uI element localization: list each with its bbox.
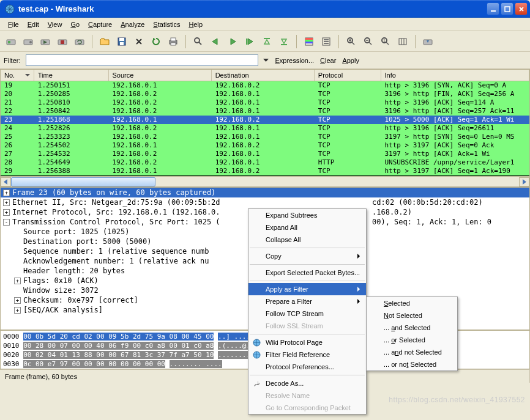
tree-node[interactable]: +Ethernet II, Src: Netgear_2d:75:9a (00:… bbox=[1, 197, 529, 207]
packet-row[interactable]: 261.254502192.168.0.1192.168.0.2TCPhttp … bbox=[1, 141, 529, 150]
menu-item[interactable]: Apply as Filter bbox=[248, 283, 366, 295]
packet-row[interactable]: 201.250285192.168.0.2192.168.0.1TCP3196 … bbox=[1, 90, 529, 98]
menu-item[interactable]: Filter Field Reference bbox=[248, 348, 366, 361]
submenu-item[interactable]: ... or not Selected bbox=[367, 358, 457, 370]
menu-item[interactable]: Prepare a Filter bbox=[248, 295, 366, 308]
menu-analyze[interactable]: Analyze bbox=[116, 20, 149, 29]
filter-dropdown-icon[interactable] bbox=[262, 54, 271, 66]
column-header[interactable]: No. bbox=[1, 70, 34, 81]
svg-marker-43 bbox=[263, 59, 269, 62]
packet-row[interactable]: 281.254649192.168.0.2192.168.0.1HTTPUNSU… bbox=[1, 158, 529, 167]
packet-row[interactable]: 251.253323192.168.0.2192.168.0.1TCP3197 … bbox=[1, 133, 529, 141]
packet-row[interactable]: 211.250810192.168.0.2192.168.0.1TCPhttp … bbox=[1, 98, 529, 107]
packet-list[interactable]: 191.250151192.168.0.1192.168.0.2TCPhttp … bbox=[0, 81, 530, 177]
svg-rect-13 bbox=[119, 38, 124, 41]
packet-row[interactable]: 291.256388192.168.0.1192.168.0.2TCPhttp … bbox=[1, 167, 529, 175]
svg-rect-4 bbox=[8, 41, 10, 43]
close-button[interactable] bbox=[515, 2, 528, 15]
zoom-in-icon[interactable] bbox=[344, 34, 359, 49]
find-icon[interactable] bbox=[191, 34, 206, 49]
svg-rect-10 bbox=[61, 40, 64, 44]
packet-row[interactable]: 271.254532192.168.0.2192.168.0.1TCP3197 … bbox=[1, 150, 529, 158]
colorize-icon[interactable] bbox=[302, 34, 316, 49]
menu-item[interactable]: Decode As... bbox=[248, 377, 366, 389]
submenu-arrow-icon bbox=[357, 254, 362, 259]
menu-file[interactable]: File bbox=[4, 20, 23, 29]
go-forward-icon[interactable] bbox=[225, 34, 240, 49]
packet-row[interactable]: 221.250842192.168.0.2192.168.0.1TCP3196 … bbox=[1, 107, 529, 116]
menu-item[interactable]: Collapse All bbox=[248, 234, 366, 246]
menu-item: Resolve Name bbox=[248, 389, 366, 402]
scroll-left-icon[interactable] bbox=[1, 177, 11, 186]
menu-statistics[interactable]: Statistics bbox=[149, 20, 184, 29]
menu-item[interactable]: Export Selected Packet Bytes... bbox=[248, 267, 366, 279]
column-header[interactable]: Protocol bbox=[315, 70, 381, 81]
menu-item[interactable]: Expand Subtrees bbox=[248, 209, 366, 221]
goto-first-icon[interactable] bbox=[259, 34, 274, 49]
packet-row[interactable]: 231.251868192.168.0.1192.168.0.2TCP1025 … bbox=[1, 116, 529, 124]
column-header[interactable]: Destination bbox=[212, 70, 315, 81]
tree-node[interactable]: +Frame 23 (60 bytes on wire, 60 bytes ca… bbox=[1, 188, 529, 197]
packet-row[interactable]: 241.252826192.168.0.2192.168.0.1TCPhttp … bbox=[1, 124, 529, 133]
expand-icon[interactable]: + bbox=[3, 209, 10, 216]
menu-help[interactable]: Help bbox=[184, 20, 207, 29]
expand-icon[interactable]: - bbox=[3, 219, 10, 226]
menu-edit[interactable]: Edit bbox=[23, 20, 43, 29]
svg-rect-23 bbox=[246, 39, 247, 45]
clear-button[interactable]: Clear bbox=[319, 57, 337, 64]
expand-icon[interactable]: + bbox=[14, 307, 21, 314]
interfaces-icon[interactable] bbox=[4, 34, 18, 49]
column-header[interactable]: Info bbox=[381, 70, 529, 81]
start-capture-icon[interactable] bbox=[38, 34, 53, 49]
svg-point-6 bbox=[29, 41, 32, 43]
options-icon[interactable] bbox=[21, 34, 35, 49]
expression-button[interactable]: EExpression...xpression... bbox=[274, 57, 316, 64]
capture-filters-icon[interactable] bbox=[420, 34, 435, 49]
reload-icon[interactable] bbox=[149, 34, 163, 49]
submenu-item[interactable]: ... and Selected bbox=[367, 322, 457, 334]
restart-capture-icon[interactable] bbox=[72, 34, 87, 49]
packet-row[interactable]: 191.250151192.168.0.1192.168.0.2TCPhttp … bbox=[1, 81, 529, 90]
column-header[interactable]: Source bbox=[109, 70, 212, 81]
menu-capture[interactable]: Capture bbox=[84, 20, 116, 29]
close-file-icon[interactable] bbox=[132, 34, 146, 49]
menu-item[interactable]: Expand All bbox=[248, 221, 366, 234]
submenu-item[interactable]: Selected bbox=[367, 297, 457, 309]
print-icon[interactable] bbox=[166, 34, 181, 49]
expand-icon[interactable]: + bbox=[3, 190, 10, 196]
menu-view[interactable]: View bbox=[43, 20, 67, 29]
menu-go[interactable]: Go bbox=[66, 20, 84, 29]
menu-item[interactable]: Protocol Preferences... bbox=[248, 361, 366, 373]
svg-marker-15 bbox=[153, 38, 155, 41]
filter-input[interactable] bbox=[26, 54, 258, 66]
window-title: test.cap - Wireshark bbox=[17, 4, 487, 13]
maximize-button[interactable] bbox=[501, 2, 513, 15]
apply-button[interactable]: Apply bbox=[341, 57, 360, 64]
go-back-icon[interactable] bbox=[208, 34, 223, 49]
zoom-out-icon[interactable] bbox=[361, 34, 376, 49]
menu-item[interactable]: Wiki Protocol Page bbox=[248, 336, 366, 348]
goto-packet-icon[interactable] bbox=[242, 34, 257, 49]
submenu-item[interactable]: Not Selected bbox=[367, 309, 457, 322]
zoom-reset-icon[interactable]: 1 bbox=[378, 34, 393, 49]
expand-icon[interactable]: + bbox=[14, 278, 21, 284]
stop-capture-icon[interactable] bbox=[55, 34, 70, 49]
minimize-button[interactable] bbox=[487, 2, 499, 15]
menu-item[interactable]: Copy bbox=[248, 250, 366, 262]
submenu-item[interactable]: ... or Selected bbox=[367, 334, 457, 346]
svg-rect-34 bbox=[324, 41, 329, 42]
submenu-item[interactable]: ... and not Selected bbox=[367, 346, 457, 358]
packet-scrollbar[interactable] bbox=[0, 177, 530, 187]
packet-list-header: No.TimeSourceDestinationProtocolInfo bbox=[0, 69, 530, 81]
goto-last-icon[interactable] bbox=[277, 34, 291, 49]
resize-columns-icon[interactable] bbox=[395, 34, 410, 49]
autoscroll-icon[interactable] bbox=[319, 34, 334, 49]
expand-icon[interactable]: + bbox=[3, 199, 10, 206]
scroll-thumb[interactable] bbox=[11, 177, 155, 186]
open-icon[interactable] bbox=[97, 34, 112, 49]
expand-icon[interactable]: + bbox=[14, 297, 21, 304]
scroll-right-icon[interactable] bbox=[519, 177, 529, 186]
menu-item[interactable]: Follow TCP Stream bbox=[248, 308, 366, 320]
column-header[interactable]: Time bbox=[34, 70, 109, 81]
save-icon[interactable] bbox=[114, 34, 129, 49]
